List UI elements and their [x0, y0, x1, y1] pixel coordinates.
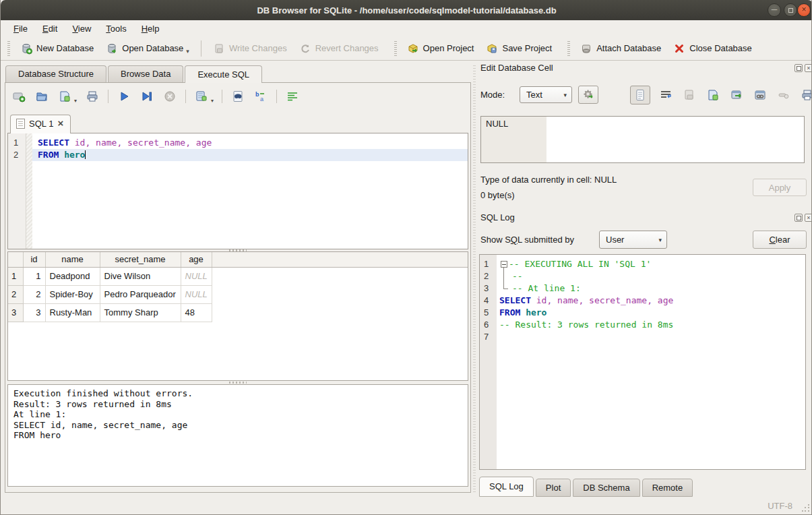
- menu-file[interactable]: File: [6, 22, 35, 36]
- main-tab-bar: Database Structure Browse Data Execute S…: [5, 65, 263, 83]
- cell-age[interactable]: NULL: [181, 285, 212, 303]
- cell-id[interactable]: 2: [23, 285, 45, 303]
- fold-line-end: [499, 282, 509, 295]
- stop-execution-button[interactable]: [162, 89, 177, 104]
- close-database-button[interactable]: Close Database: [667, 39, 758, 58]
- table-corner[interactable]: [8, 252, 23, 267]
- new-database-button[interactable]: New Database: [14, 39, 100, 58]
- sql-editor[interactable]: 1 2 SELECT id, name, secret_name, age FR…: [7, 133, 468, 249]
- editor-code-area[interactable]: SELECT id, name, secret_name, age FROM h…: [32, 133, 468, 249]
- execution-messages-text: Execution finished without errors. Resul…: [13, 388, 462, 441]
- menu-tools[interactable]: Tools: [98, 22, 133, 36]
- save-project-button[interactable]: Save Project: [480, 39, 558, 58]
- close-dock-icon[interactable]: ×: [805, 214, 812, 222]
- new-sql-tab-button[interactable]: [11, 89, 26, 104]
- row-header[interactable]: 2: [8, 285, 23, 303]
- float-dock-icon[interactable]: [794, 64, 803, 72]
- open-in-external-button[interactable]: [728, 87, 745, 103]
- save-results-button[interactable]: [194, 89, 209, 104]
- sql-1-tab[interactable]: SQL 1 ×: [10, 115, 71, 133]
- execute-current-line-button[interactable]: [139, 89, 154, 104]
- resize-grip[interactable]: [802, 504, 810, 512]
- word-wrap-button[interactable]: [285, 89, 300, 104]
- revert-changes-button[interactable]: Revert Changes: [293, 39, 385, 58]
- apply-button[interactable]: Apply: [753, 179, 807, 196]
- cell-secret-name[interactable]: Dive Wilson: [100, 267, 181, 285]
- print-sql-button[interactable]: [85, 89, 100, 104]
- print-cell-button[interactable]: [799, 87, 812, 103]
- cell-age[interactable]: 48: [181, 303, 212, 322]
- toolbar-handle[interactable]: [567, 41, 570, 56]
- syntax-check-button[interactable]: ba: [253, 89, 268, 104]
- row-header[interactable]: 3: [8, 303, 23, 322]
- mode-select[interactable]: Text ▾: [520, 86, 572, 103]
- float-dock-icon[interactable]: [794, 214, 803, 222]
- maximize-button[interactable]: [784, 3, 797, 17]
- tab-sql-log[interactable]: SQL Log: [479, 477, 534, 497]
- close-tab-icon[interactable]: ×: [57, 119, 63, 128]
- link-icon: [753, 88, 767, 102]
- set-null-button[interactable]: [776, 87, 792, 103]
- menu-view[interactable]: View: [65, 22, 98, 36]
- cell-value-editor[interactable]: NULL: [480, 116, 805, 163]
- write-changes-button[interactable]: Write Changes: [207, 39, 293, 58]
- close-dock-icon[interactable]: ×: [805, 64, 812, 72]
- table-row[interactable]: 3 3 Rusty-Man Tommy Sharp 48: [8, 303, 468, 322]
- clear-log-button[interactable]: Clear: [753, 231, 807, 249]
- submitted-by-select[interactable]: User ▾: [599, 231, 667, 249]
- execute-all-button[interactable]: [117, 89, 131, 104]
- copy-link-button[interactable]: [752, 87, 768, 103]
- log-line: SELECT id, name, secret_name, age: [497, 295, 805, 307]
- tab-execute-sql[interactable]: Execute SQL: [185, 65, 262, 83]
- minimize-button[interactable]: ─: [768, 3, 781, 17]
- tab-plot[interactable]: Plot: [536, 479, 571, 497]
- column-header-age[interactable]: age: [181, 252, 212, 267]
- panel-splitter[interactable]: [473, 65, 476, 493]
- word-wrap-cell-button[interactable]: [658, 87, 674, 103]
- window-title: DB Browser for SQLite - /home/user/code/…: [257, 5, 556, 16]
- column-header-name[interactable]: name: [45, 252, 100, 267]
- column-header-id[interactable]: id: [23, 252, 45, 267]
- export-data-button[interactable]: [705, 87, 721, 103]
- find-button[interactable]: [230, 89, 245, 104]
- cell-name[interactable]: Deadpond: [45, 267, 100, 285]
- sql-log-title: SQL Log: [480, 212, 515, 222]
- cell-id[interactable]: 3: [23, 303, 45, 322]
- results-messages-splitter[interactable]: [229, 382, 247, 384]
- sql-toolbar-separator: [108, 90, 108, 103]
- open-database-button[interactable]: Open Database ▾: [100, 39, 195, 58]
- table-row[interactable]: 1 1 Deadpond Dive Wilson NULL: [8, 267, 468, 285]
- fold-marker-icon[interactable]: [499, 258, 509, 270]
- cell-name[interactable]: Rusty-Man: [45, 303, 100, 322]
- save-sql-file-button[interactable]: [57, 89, 72, 104]
- row-header[interactable]: 1: [8, 267, 23, 285]
- cell-age[interactable]: NULL: [181, 267, 212, 285]
- menu-edit[interactable]: Edit: [35, 22, 65, 36]
- open-sql-file-button[interactable]: [34, 89, 49, 104]
- log-line: [497, 331, 805, 343]
- tab-remote[interactable]: Remote: [642, 479, 693, 497]
- toolbar-handle[interactable]: [394, 41, 397, 56]
- text-mode-button[interactable]: [630, 86, 650, 104]
- editor-line-numbers: 1 2: [8, 133, 26, 249]
- menu-help[interactable]: Help: [134, 22, 167, 36]
- auto-switch-mode-button[interactable]: [578, 86, 598, 104]
- attach-database-button[interactable]: Attach Database: [574, 39, 667, 58]
- open-database-icon: [106, 42, 118, 55]
- column-header-secret-name[interactable]: secret_name: [100, 252, 181, 267]
- tab-browse-data[interactable]: Browse Data: [108, 65, 183, 83]
- tab-database-structure[interactable]: Database Structure: [5, 65, 106, 83]
- cell-name[interactable]: Spider-Boy: [45, 285, 100, 303]
- open-project-button[interactable]: Open Project: [401, 39, 480, 58]
- sql-log-view[interactable]: 1 2 3 4 5 6 7 -- EXECUTING ALL IN 'SQL 1…: [479, 254, 806, 470]
- close-button[interactable]: ×: [797, 3, 811, 17]
- toolbar-handle[interactable]: [7, 41, 10, 56]
- cell-secret-name[interactable]: Tommy Sharp: [100, 303, 181, 322]
- log-line: -- At line 1:: [497, 282, 805, 295]
- cell-id[interactable]: 1: [23, 267, 45, 285]
- cell-secret-name[interactable]: Pedro Parqueador: [100, 285, 181, 303]
- encoding-indicator[interactable]: UTF-8: [768, 501, 792, 511]
- table-row[interactable]: 2 2 Spider-Boy Pedro Parqueador NULL: [8, 285, 468, 303]
- tab-db-schema[interactable]: DB Schema: [573, 479, 639, 497]
- import-data-button[interactable]: [681, 87, 697, 103]
